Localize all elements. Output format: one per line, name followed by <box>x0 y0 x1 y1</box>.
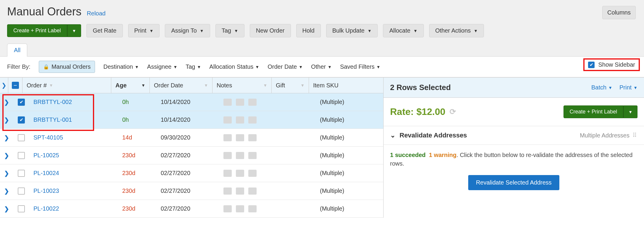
sidebar-print-link[interactable]: Print▼ <box>619 84 637 91</box>
sidebar-create-print-main[interactable]: Create + Print Label <box>564 105 624 118</box>
col-age[interactable]: Age▼ <box>111 78 150 93</box>
row-checkbox[interactable] <box>14 129 29 146</box>
filter-chip-manual-orders[interactable]: 🔒 Manual Orders <box>39 61 95 73</box>
filter-tag[interactable]: Tag▼ <box>186 63 201 70</box>
select-all-checkbox[interactable]: − <box>8 78 22 93</box>
order-number-link[interactable]: PL-10022 <box>29 200 118 217</box>
order-number-link[interactable]: BRBTTYL-002 <box>29 93 118 111</box>
row-checkbox[interactable]: ✔ <box>14 111 29 129</box>
filter-chip-label: Manual Orders <box>51 63 91 70</box>
order-notes[interactable] <box>219 200 278 217</box>
order-gift <box>278 129 316 146</box>
filter-saved[interactable]: Saved Filters▼ <box>340 63 381 70</box>
order-number-link[interactable]: PL-10023 <box>29 182 118 200</box>
row-expand-toggle[interactable]: ❯ <box>0 147 14 164</box>
print-button[interactable]: Print▼ <box>128 24 160 37</box>
get-rate-button[interactable]: Get Rate <box>86 24 123 37</box>
col-item-sku[interactable]: Item SKU <box>309 78 383 93</box>
note-comment-icon <box>236 152 244 159</box>
create-print-label-dropdown[interactable]: ▼ <box>67 24 81 37</box>
bulk-update-button[interactable]: Bulk Update▼ <box>326 24 378 37</box>
order-notes[interactable] <box>219 147 278 164</box>
table-row[interactable]: ❯PL-10025230d02/27/2020(Multiple) <box>0 147 383 164</box>
row-expand-toggle[interactable]: ❯ <box>0 111 14 129</box>
validation-success-count: 1 succeeded <box>390 152 426 158</box>
sidebar-create-print-dropdown[interactable]: ▼ <box>623 105 637 118</box>
tab-all[interactable]: All <box>7 44 27 57</box>
hold-button[interactable]: Hold <box>296 24 321 37</box>
filter-tag-label: Tag <box>186 63 195 70</box>
caret-down-icon: ▼ <box>328 65 332 69</box>
expand-all-toggle[interactable]: ❯ <box>0 78 8 93</box>
col-order-date[interactable]: Order Date▼ <box>150 78 212 93</box>
revalidate-section-toggle[interactable]: ⌄ Revalidate Addresses <box>390 132 467 139</box>
drag-handle-icon[interactable]: ⠿ <box>632 132 637 139</box>
caret-down-icon: ▼ <box>72 28 76 33</box>
col-gift[interactable]: Gift▼ <box>272 78 309 93</box>
allocate-button[interactable]: Allocate▼ <box>383 24 424 37</box>
columns-button[interactable]: Columns <box>602 6 636 19</box>
tag-button[interactable]: Tag▼ <box>215 24 244 37</box>
row-checkbox[interactable] <box>14 200 29 217</box>
row-checkbox[interactable]: ✔ <box>14 93 29 111</box>
table-row[interactable]: ❯PL-10024230d02/27/2020(Multiple) <box>0 164 383 182</box>
filter-other[interactable]: Other▼ <box>311 63 332 70</box>
chevron-down-icon: ⌄ <box>390 132 395 139</box>
show-sidebar-toggle[interactable]: ✔ Show Sidebar <box>583 58 640 71</box>
filter-assignee[interactable]: Assignee▼ <box>147 63 177 70</box>
filter-destination[interactable]: Destination▼ <box>103 63 139 70</box>
row-checkbox[interactable] <box>14 182 29 200</box>
order-notes[interactable] <box>219 93 278 111</box>
validation-help-text: . Click the button below to re-validate … <box>390 152 632 167</box>
order-number-link[interactable]: SPT-40105 <box>29 129 118 146</box>
filter-allocation-status[interactable]: Allocation Status▼ <box>209 63 259 70</box>
table-row[interactable]: ❯SPT-4010514d09/30/2020(Multiple) <box>0 129 383 147</box>
allocate-label: Allocate <box>389 27 410 34</box>
checkbox-icon <box>18 187 25 195</box>
revalidate-subtitle: Multiple Addresses <box>580 132 629 139</box>
caret-down-icon: ▼ <box>413 28 418 33</box>
sidebar-create-print-button[interactable]: Create + Print Label ▼ <box>564 105 637 118</box>
order-notes[interactable] <box>219 129 278 146</box>
col-gift-label: Gift <box>276 82 285 89</box>
row-expand-toggle[interactable]: ❯ <box>0 182 14 200</box>
filter-order-date-label: Order Date <box>268 63 297 70</box>
row-expand-toggle[interactable]: ❯ <box>0 93 14 111</box>
new-order-button[interactable]: New Order <box>250 24 291 37</box>
order-gift <box>278 182 316 200</box>
table-row[interactable]: ❯PL-10022230d02/27/2020(Multiple) <box>0 200 383 218</box>
table-row[interactable]: ❯✔BRBTTYL-0020h10/14/2020(Multiple) <box>0 93 383 111</box>
note-comment-icon <box>236 170 244 177</box>
filter-allocation-status-label: Allocation Status <box>209 63 253 70</box>
other-actions-button[interactable]: Other Actions▼ <box>429 24 484 37</box>
table-row[interactable]: ❯PL-10023230d02/27/2020(Multiple) <box>0 182 383 200</box>
order-number-link[interactable]: PL-10025 <box>29 147 118 164</box>
create-print-label-button[interactable]: Create + Print Label ▼ <box>7 24 81 37</box>
row-expand-toggle[interactable]: ❯ <box>0 164 14 182</box>
checkbox-icon <box>18 170 25 177</box>
col-notes[interactable]: Notes▼ <box>212 78 272 93</box>
row-expand-toggle[interactable]: ❯ <box>0 129 14 146</box>
row-expand-toggle[interactable]: ❯ <box>0 200 14 217</box>
order-age: 230d <box>118 182 157 200</box>
page-title: Manual Orders <box>7 5 81 18</box>
filter-order-date[interactable]: Order Date▼ <box>268 63 303 70</box>
bulk-update-label: Bulk Update <box>332 27 365 34</box>
row-checkbox[interactable] <box>14 147 29 164</box>
refresh-icon[interactable]: ⟳ <box>450 107 456 116</box>
order-notes[interactable] <box>219 164 278 182</box>
assign-to-button[interactable]: Assign To▼ <box>165 24 210 37</box>
reload-link[interactable]: Reload <box>87 10 105 17</box>
order-number-link[interactable]: PL-10024 <box>29 164 118 182</box>
revalidate-button[interactable]: Revalidate Selected Address <box>468 175 559 190</box>
order-notes[interactable] <box>219 182 278 200</box>
note-edit-icon <box>248 205 257 212</box>
create-print-label-main[interactable]: Create + Print Label <box>7 24 67 37</box>
col-order-number[interactable]: Order #▼ <box>22 78 111 93</box>
table-row[interactable]: ❯✔BRBTTYL-0010h10/14/2020(Multiple) <box>0 111 383 129</box>
row-checkbox[interactable] <box>14 164 29 182</box>
tag-label: Tag <box>222 27 231 34</box>
order-number-link[interactable]: BRBTTYL-001 <box>29 111 118 129</box>
sidebar-batch-link[interactable]: Batch▼ <box>591 84 612 91</box>
order-notes[interactable] <box>219 111 278 129</box>
